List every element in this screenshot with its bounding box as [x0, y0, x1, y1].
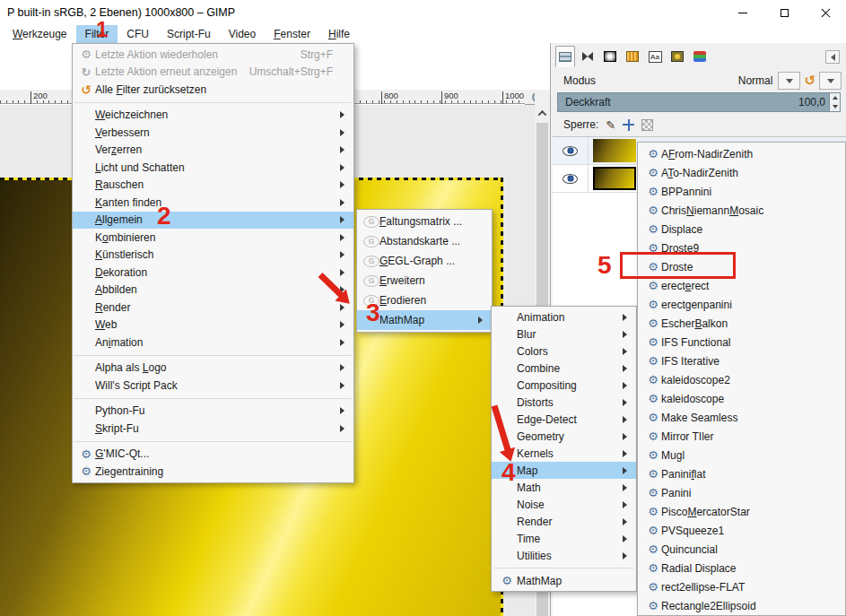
- gear-icon: [77, 447, 95, 461]
- menu-item-letzte-aktion-erneut-anzeigen[interactable]: Letzte Aktion erneut anzeigenUmschalt+St…: [73, 64, 353, 82]
- menu-item-erweitern[interactable]: GErweitern: [357, 271, 492, 291]
- menu-item-alle-filter-zur-cksetzen[interactable]: Alle Filter zurücksetzen: [73, 81, 353, 99]
- menu-item-noise[interactable]: Noise: [492, 496, 636, 513]
- blend-space-dropdown-button[interactable]: [819, 72, 842, 90]
- menu-item-ziegentraining[interactable]: Ziegentraining: [73, 463, 353, 481]
- menu-item-kombinieren[interactable]: Kombinieren: [73, 229, 353, 247]
- menu-item-abbilden[interactable]: Abbilden: [73, 282, 353, 299]
- menu-item-ifs-functional[interactable]: IFS Functional: [638, 333, 845, 351]
- menu-item-paniniflat[interactable]: Paniniflat: [638, 464, 845, 483]
- menu-item-animation[interactable]: Animation: [492, 308, 636, 325]
- menu-item-render[interactable]: Render: [492, 513, 636, 530]
- menu-item-rauschen[interactable]: Rauschen: [73, 177, 353, 195]
- menu-item-pvsqueeze1[interactable]: PVSqueeze1: [638, 521, 845, 540]
- menu-item-make-seamless[interactable]: Make Seamless: [638, 408, 845, 427]
- menu-item-radial-displace[interactable]: Radial Displace: [638, 559, 845, 577]
- menu-item-erectgenpanini[interactable]: erectgenpanini: [638, 295, 845, 314]
- menu-item-chrisniemannmosaic[interactable]: ChrisNiemannMosaic: [638, 201, 845, 220]
- gear-icon: [645, 599, 661, 612]
- menu-item-k-nstlerisch[interactable]: Künstlerisch: [73, 247, 353, 265]
- tab-brushes[interactable]: [667, 46, 687, 67]
- menu-item-verbessern[interactable]: Verbessern: [73, 124, 353, 142]
- menu-item-afrom-nadirzenith[interactable]: AFrom-NadirZenith: [638, 144, 845, 163]
- maximize-button[interactable]: [763, 0, 805, 25]
- lock-move-icon[interactable]: [623, 119, 634, 131]
- menu-item-panini[interactable]: Panini: [638, 483, 845, 502]
- menu-item-label: Verbessern: [95, 126, 340, 139]
- menubar-item-werkzeuge[interactable]: Werkzeuge: [4, 25, 76, 43]
- tab-patterns[interactable]: [623, 46, 642, 67]
- lock-alpha-icon[interactable]: [641, 119, 653, 131]
- opacity-slider[interactable]: Deckkraft 100,0: [557, 92, 841, 112]
- mode-reset-icon[interactable]: ↺: [804, 73, 815, 89]
- menubar-item-hilfe[interactable]: Hilfe: [319, 25, 359, 43]
- menu-item-colors[interactable]: Colors: [492, 343, 636, 360]
- menu-item-rectangle2ellipsoid[interactable]: Rectangle2Ellipsoid: [638, 596, 845, 615]
- submenu-arrow-icon: [340, 382, 351, 389]
- gear-icon: [77, 464, 95, 478]
- scroll-up-button[interactable]: [535, 106, 550, 121]
- menu-item-time[interactable]: Time: [492, 530, 636, 547]
- menu-item-mathmap[interactable]: MathMap: [492, 572, 636, 589]
- mode-dropdown-button[interactable]: [778, 72, 800, 90]
- menu-item-kanten-finden[interactable]: Kanten finden: [73, 194, 353, 212]
- tab-channels[interactable]: [578, 46, 597, 67]
- visibility-toggle[interactable]: [553, 165, 589, 192]
- menu-item-g-mic-qt[interactable]: G'MIC-Qt...: [73, 446, 353, 464]
- menu-item-licht-und-schatten[interactable]: Licht und Schatten: [73, 159, 353, 177]
- menu-item-abstandskarte[interactable]: GAbstandskarte ...: [357, 231, 492, 251]
- menu-item-kaleidoscope[interactable]: kaleidoscope: [638, 389, 845, 408]
- visibility-toggle[interactable]: [553, 137, 589, 164]
- menu-item-mirror-tiler[interactable]: Mirror TIler: [638, 427, 845, 446]
- gear-icon: [645, 580, 661, 594]
- menu-item-verzerren[interactable]: Verzerren: [73, 142, 353, 160]
- menu-item-python-fu[interactable]: Python-Fu: [73, 403, 353, 421]
- menu-item-mugl[interactable]: Mugl: [638, 446, 845, 464]
- tab-fonts[interactable]: Aa: [645, 46, 665, 67]
- menu-item-quincuncial[interactable]: Quincuncial: [638, 540, 845, 559]
- menu-item-ato-nadirzenith[interactable]: ATo-NadirZenith: [638, 163, 845, 182]
- menu-item-displace[interactable]: Displace: [638, 220, 845, 239]
- menu-item-will-s-script-pack[interactable]: Will's Script Pack: [73, 377, 353, 395]
- dock-menu-button[interactable]: [825, 50, 840, 64]
- minimize-button[interactable]: [722, 0, 763, 25]
- menu-item-erecterect[interactable]: erecterect: [638, 276, 845, 295]
- menu-item-blur[interactable]: Blur: [492, 325, 636, 343]
- menubar-item-cfu[interactable]: CFU: [118, 25, 158, 43]
- menu-item-escherbalkon[interactable]: EscherBalkon: [638, 314, 845, 333]
- menu-item-skript-fu[interactable]: Skript-Fu: [73, 420, 353, 438]
- menu-item-piscomercatorstar[interactable]: PiscoMercatorStar: [638, 502, 845, 521]
- tab-gradients[interactable]: [600, 46, 620, 67]
- menu-item-web[interactable]: Web: [73, 317, 353, 334]
- menu-item-allgemein[interactable]: Allgemein: [73, 212, 353, 230]
- menu-item-kaleidoscope2[interactable]: kaleidoscope2: [638, 370, 845, 389]
- menu-item-dekoration[interactable]: Dekoration: [73, 264, 353, 282]
- menu-item-letzte-aktion-wiederholen[interactable]: Letzte Aktion wiederholenStrg+F: [73, 46, 353, 64]
- ruler-tick-label: 200: [31, 91, 48, 100]
- menu-item-bppannini[interactable]: BPPannini: [638, 182, 845, 201]
- menu-item-edge-detect[interactable]: Edge-Detect: [492, 411, 636, 428]
- menu-item-combine[interactable]: Combine: [492, 360, 636, 377]
- tab-histogram[interactable]: [690, 46, 710, 67]
- menu-item-rect2ellipse-flat[interactable]: rect2ellipse-FLAT: [638, 577, 845, 596]
- close-button[interactable]: [805, 0, 846, 25]
- menu-item-label: erecterect: [661, 280, 832, 292]
- menu-item-weichzeichnen[interactable]: Weichzeichnen: [73, 107, 353, 125]
- menu-item-compositing[interactable]: Compositing: [492, 377, 636, 394]
- menu-item-gegl-graph[interactable]: GGEGL-Graph ...: [357, 251, 492, 271]
- tab-layers[interactable]: [555, 46, 575, 67]
- menubar-item-fenster[interactable]: Fenster: [265, 25, 319, 43]
- menu-item-distorts[interactable]: Distorts: [492, 394, 636, 411]
- menu-item-animation[interactable]: Animation: [73, 334, 353, 351]
- window-controls: [722, 0, 846, 25]
- menu-item-faltungsmatrix[interactable]: GFaltungsmatrix ...: [357, 212, 492, 231]
- lock-brush-icon[interactable]: ✎: [606, 118, 615, 132]
- opacity-spinner[interactable]: [829, 93, 840, 111]
- menubar-item-script-fu[interactable]: Script-Fu: [158, 25, 220, 43]
- menu-item-utilities[interactable]: Utilities: [492, 547, 636, 564]
- menu-item-alpha-als-logo[interactable]: Alpha als Logo: [73, 360, 353, 377]
- menu-item-geometry[interactable]: Geometry: [492, 428, 636, 445]
- menu-item-ifs-iterative[interactable]: IFS Iterative: [638, 351, 845, 370]
- menu-item-render[interactable]: Render: [73, 299, 353, 317]
- menubar-item-video[interactable]: Video: [220, 25, 266, 43]
